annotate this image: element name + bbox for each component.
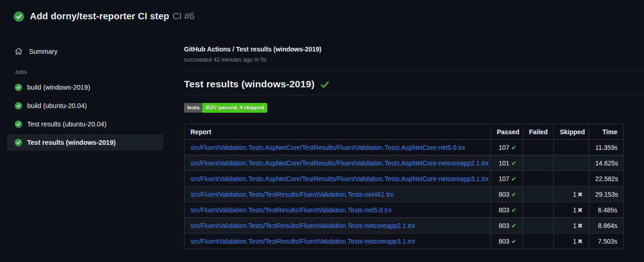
skipped-count: 1 xyxy=(573,238,576,245)
check-run-title: GitHub Actions / Test results (windows-2… xyxy=(184,46,644,53)
passed-count: 803 xyxy=(499,238,509,245)
passed-cell: 107✔ xyxy=(491,171,523,187)
time-cell: 11.359s xyxy=(589,140,624,155)
skipped-count: 1 xyxy=(573,206,576,214)
run-title: Add dorny/test-reporter CI step xyxy=(30,11,169,21)
time-cell: 7.503s xyxy=(589,234,624,249)
section-heading: Test results (windows-2019) xyxy=(184,79,315,90)
passed-count: 803 xyxy=(499,222,509,229)
sidebar-item-summary[interactable]: Summary xyxy=(0,44,184,59)
sidebar-item-job[interactable]: Test results (windows-2019) xyxy=(7,134,163,151)
pass-check-icon: ✔ xyxy=(511,191,517,198)
failed-cell xyxy=(523,171,554,187)
passed-count: 101 xyxy=(499,159,509,167)
failed-cell xyxy=(523,140,554,155)
section-divider xyxy=(184,95,644,95)
column-header: Report xyxy=(184,124,491,140)
skipped-cell xyxy=(554,140,589,155)
column-header: Time xyxy=(589,124,624,140)
table-header-row: ReportPassedFailedSkippedTime xyxy=(184,124,624,140)
job-label: Test results (windows-2019) xyxy=(27,138,115,147)
skip-x-icon: ✖ xyxy=(577,222,583,229)
column-header: Failed xyxy=(523,124,554,140)
skipped-cell: 1✖ xyxy=(554,234,589,249)
passed-count: 107 xyxy=(499,175,509,182)
sidebar-item-job[interactable]: build (windows-2019) xyxy=(7,79,163,96)
skip-x-icon: ✖ xyxy=(577,206,583,214)
badge-label: tests xyxy=(184,103,202,113)
report-link[interactable]: src/FluentValidation.Tests/TestResults/F… xyxy=(190,238,415,245)
failed-cell xyxy=(523,234,554,249)
check-circle-icon xyxy=(15,139,22,146)
skipped-cell: 1✖ xyxy=(554,187,589,202)
table-row: src/FluentValidation.Tests/TestResults/F… xyxy=(184,218,624,234)
skip-x-icon: ✖ xyxy=(577,191,583,198)
sidebar-item-job[interactable]: build (ubuntu-20.04) xyxy=(7,97,163,114)
report-link[interactable]: src/FluentValidation.Tests/TestResults/F… xyxy=(190,222,415,229)
results-table: ReportPassedFailedSkippedTime src/Fluent… xyxy=(184,124,624,249)
job-label: build (ubuntu-20.04) xyxy=(27,102,87,110)
home-icon xyxy=(15,47,23,55)
report-cell: src/FluentValidation.Tests/TestResults/F… xyxy=(184,187,491,202)
check-circle-icon xyxy=(15,84,22,91)
report-cell: src/FluentValidation.Tests.AspNetCore/Te… xyxy=(184,171,491,187)
badge-value: 3527 passed, 4 skipped xyxy=(202,103,267,113)
failed-cell xyxy=(523,187,554,202)
column-header: Skipped xyxy=(554,124,589,140)
passed-cell: 803✔ xyxy=(491,218,523,234)
sidebar: Summary Jobs build (windows-2019)build (… xyxy=(0,37,184,249)
passed-count: 107 xyxy=(499,144,509,151)
jobs-list: build (windows-2019)build (ubuntu-20.04)… xyxy=(0,79,184,151)
table-row: src/FluentValidation.Tests.AspNetCore/Te… xyxy=(184,155,624,171)
skipped-count: 1 xyxy=(573,222,576,229)
passed-cell: 101✔ xyxy=(491,155,523,171)
table-row: src/FluentValidation.Tests.AspNetCore/Te… xyxy=(184,140,624,155)
skipped-cell: 1✖ xyxy=(554,202,589,218)
passed-cell: 803✔ xyxy=(491,202,523,218)
failed-cell xyxy=(523,155,554,171)
pass-check-icon: ✔ xyxy=(511,206,517,214)
pass-check-icon: ✔ xyxy=(511,159,517,167)
report-link[interactable]: src/FluentValidation.Tests/TestResults/F… xyxy=(190,191,393,198)
table-row: src/FluentValidation.Tests.AspNetCore/Te… xyxy=(184,171,624,187)
job-label: build (windows-2019) xyxy=(27,83,90,91)
main-content: GitHub Actions / Test results (windows-2… xyxy=(184,37,644,249)
report-cell: src/FluentValidation.Tests.AspNetCore/Te… xyxy=(184,155,491,171)
skipped-cell: 1✖ xyxy=(554,218,589,234)
passed-count: 803 xyxy=(499,206,509,214)
page-body: Summary Jobs build (windows-2019)build (… xyxy=(0,37,644,249)
pass-check-icon: ✔ xyxy=(511,144,517,151)
report-cell: src/FluentValidation.Tests/TestResults/F… xyxy=(184,218,491,234)
report-cell: src/FluentValidation.Tests.AspNetCore/Te… xyxy=(184,140,491,155)
time-cell: 6.485s xyxy=(589,202,624,218)
sidebar-item-job[interactable]: Test results (ubuntu-20.04) xyxy=(7,116,163,132)
report-link[interactable]: src/FluentValidation.Tests.AspNetCore/Te… xyxy=(190,159,489,167)
divider xyxy=(184,70,644,70)
check-run-status: succeeded 42 minutes ago in 0s xyxy=(184,57,644,63)
check-circle-icon xyxy=(14,11,24,22)
passed-cell: 803✔ xyxy=(491,234,523,249)
pass-check-icon: ✔ xyxy=(511,222,517,229)
section-heading-row: Test results (windows-2019) xyxy=(184,78,644,90)
report-cell: src/FluentValidation.Tests/TestResults/F… xyxy=(184,202,491,218)
success-check-icon xyxy=(320,80,330,90)
failed-cell xyxy=(523,202,554,218)
pass-check-icon: ✔ xyxy=(511,175,517,182)
check-circle-icon xyxy=(15,120,22,128)
report-link[interactable]: src/FluentValidation.Tests/TestResults/F… xyxy=(190,206,392,214)
time-cell: 22.582s xyxy=(589,171,624,187)
table-row: src/FluentValidation.Tests/TestResults/F… xyxy=(184,187,624,202)
report-link[interactable]: src/FluentValidation.Tests.AspNetCore/Te… xyxy=(190,144,466,151)
time-cell: 14.625s xyxy=(589,155,624,171)
check-circle-icon xyxy=(15,102,22,109)
pass-check-icon: ✔ xyxy=(511,238,517,245)
report-cell: src/FluentValidation.Tests/TestResults/F… xyxy=(184,234,491,249)
column-header: Passed xyxy=(491,124,523,140)
summary-label: Summary xyxy=(29,48,58,55)
passed-cell: 803✔ xyxy=(491,187,523,202)
skipped-count: 1 xyxy=(573,191,576,198)
report-link[interactable]: src/FluentValidation.Tests.AspNetCore/Te… xyxy=(190,175,489,182)
skipped-cell xyxy=(554,171,589,187)
table-row: src/FluentValidation.Tests/TestResults/F… xyxy=(184,234,624,249)
tests-badge: tests3527 passed, 4 skipped xyxy=(184,103,267,113)
